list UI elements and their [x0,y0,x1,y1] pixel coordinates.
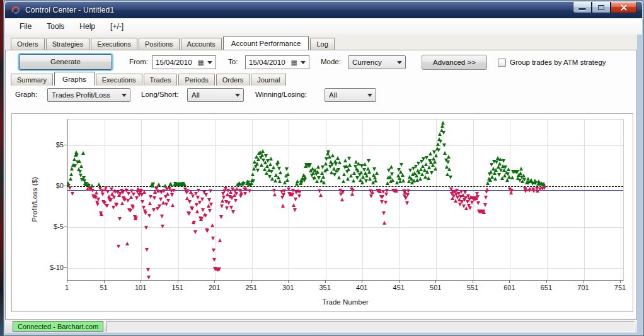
subtab-summary[interactable]: Summary [11,74,53,86]
x-tick-label: 1 [54,284,80,291]
title-bar[interactable]: Control Center - Untitled1 [5,2,642,18]
advanced-button[interactable]: Advanced >> [422,55,487,70]
trade-marker [118,217,122,221]
trade-marker [117,245,120,249]
sub-tab-strip: Summary Graphs Executions Trades Periods… [11,71,636,86]
tab-orders[interactable]: Orders [11,38,45,50]
subtab-orders[interactable]: Orders [216,74,250,86]
x-tick-label: 751 [607,284,633,291]
y-tick-mark [64,267,67,268]
trade-marker [135,196,139,200]
trade-marker [251,172,255,176]
trade-marker [218,238,222,242]
trade-marker [350,192,354,196]
trade-marker [219,215,223,219]
trade-marker [273,193,277,196]
calendar-icon[interactable]: ▦ [198,59,204,65]
menu-help[interactable]: Help [72,20,103,33]
trade-marker [166,199,170,203]
to-date-input[interactable]: 15/04/2010 ▦ [245,55,309,69]
trade-marker [482,210,486,214]
connection-status-badge[interactable]: Connected - Barchart.com [13,321,103,332]
trade-marker [493,177,497,181]
trade-marker [147,214,151,218]
trade-marker [418,177,422,181]
menu-file[interactable]: File [12,20,39,33]
trade-marker [338,160,342,164]
trade-marker [100,212,103,216]
longshort-value: All [192,91,200,99]
menu-plus-minus[interactable]: [+/-] [103,20,131,33]
x-gridline [584,120,585,280]
trade-marker [385,189,389,193]
graph-type-value: Trades Profit/Loss [52,91,110,99]
chevron-down-icon[interactable] [207,61,212,64]
calendar-icon[interactable]: ▦ [291,59,297,65]
tab-executions[interactable]: Executions [91,38,137,50]
longshort-select[interactable]: All [187,88,244,102]
minimize-button[interactable] [573,2,592,13]
subtab-periods[interactable]: Periods [178,74,214,86]
subtab-graphs[interactable]: Graphs [54,72,95,86]
menu-tools[interactable]: Tools [39,20,72,33]
winlose-select[interactable]: All [325,88,376,102]
graph-type-select[interactable]: Trades Profit/Loss [47,88,130,102]
trade-marker [261,149,265,153]
tab-account-performance[interactable]: Account Performance [223,36,309,50]
chevron-down-icon [367,94,372,97]
tab-accounts[interactable]: Accounts [181,38,222,50]
generate-button[interactable]: Generate [19,54,112,70]
trade-marker [333,173,336,177]
trade-marker [443,151,447,155]
trade-marker [104,186,108,190]
from-date-input[interactable]: 15/04/2010 ▦ [152,55,216,69]
trade-marker [97,182,101,186]
subtab-trades[interactable]: Trades [144,74,178,86]
trade-marker [483,203,487,207]
chevron-down-icon[interactable] [301,61,306,64]
trade-marker [146,268,150,272]
trade-marker [197,189,200,193]
trade-marker [331,154,335,157]
tab-positions[interactable]: Positions [139,38,180,50]
mode-select[interactable]: Currency [348,55,406,69]
trade-marker [315,179,319,183]
trade-marker [449,176,452,179]
trade-marker [183,182,187,186]
trade-marker [510,176,514,179]
x-tick-mark [288,281,289,283]
trade-marker [248,189,251,193]
trade-marker [164,203,168,206]
x-gridline [252,120,253,280]
trade-marker [205,229,209,233]
y-tick-label: $-5 [36,223,64,230]
trade-marker [476,201,480,205]
trade-marker [227,201,231,205]
trade-marker [134,216,138,220]
close-button[interactable] [611,2,637,13]
trade-marker [298,190,302,194]
group-trades-checkbox[interactable] [498,59,506,67]
trade-marker [78,159,81,163]
trade-marker [294,198,297,201]
trade-marker [390,172,394,176]
trade-marker [142,190,146,194]
trade-marker [170,193,174,197]
trade-marker [346,177,350,181]
trade-marker [141,200,144,204]
trade-marker [336,168,340,172]
x-tick-mark [509,281,510,283]
trade-marker [326,150,330,154]
trade-marker [190,207,194,211]
trade-marker [220,204,224,208]
trade-marker [447,167,451,171]
maximize-button[interactable] [592,2,611,13]
subtab-journal[interactable]: Journal [251,74,286,86]
subtab-executions[interactable]: Executions [96,74,142,86]
tab-strategies[interactable]: Strategies [46,38,90,50]
trade-marker [193,230,197,234]
trade-marker [229,206,233,210]
control-center-window: Control Center - Untitled1 File Tools He… [3,0,644,336]
tab-log[interactable]: Log [310,38,334,50]
trade-marker [425,170,429,174]
